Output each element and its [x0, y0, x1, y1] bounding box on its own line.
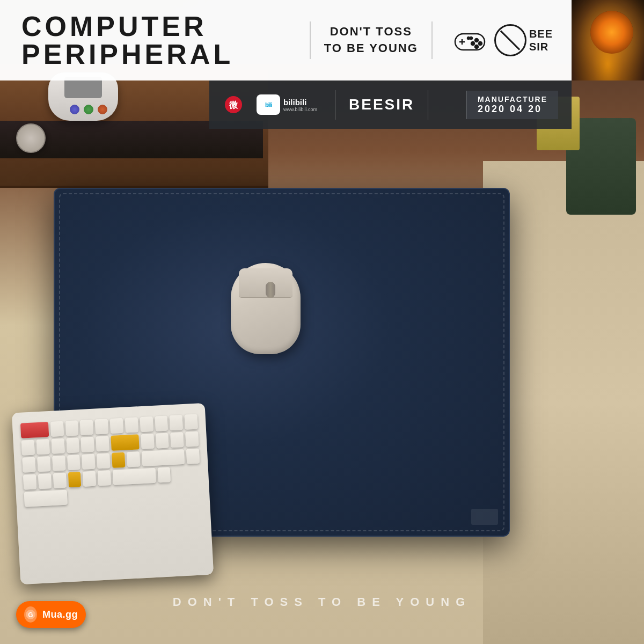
info-divider-2 — [428, 90, 428, 120]
header-divider-2 — [431, 21, 433, 59]
key-d — [52, 456, 65, 471]
key-q — [36, 439, 49, 455]
key-minus — [21, 440, 35, 456]
mechanical-keyboard — [12, 403, 214, 584]
info-divider-1 — [335, 90, 335, 120]
key-7 — [140, 416, 153, 432]
svg-point-7 — [467, 37, 470, 39]
key-b — [83, 471, 96, 487]
svg-point-4 — [479, 42, 482, 45]
key-backspace — [20, 422, 49, 438]
key-t — [96, 436, 109, 451]
key-w — [51, 438, 64, 454]
weibo-svg: 微 — [224, 95, 243, 114]
bili-tv-text: bili — [265, 101, 272, 108]
key-1 — [50, 421, 63, 437]
bili-text-group: bilibili www.bilibili.com — [283, 98, 317, 112]
svg-text:G: G — [28, 611, 33, 619]
header-tagline: DON'T TOSS TO BE YOUNG — [324, 24, 418, 57]
key-alt — [157, 467, 171, 482]
beesir-coin — [16, 123, 46, 153]
key-meta — [113, 468, 156, 485]
key-space — [24, 489, 68, 507]
mouse-body — [231, 263, 301, 354]
key-enter — [111, 434, 139, 451]
key-6 — [125, 417, 138, 433]
key-8 — [155, 415, 168, 431]
bili-url: www.bilibili.com — [283, 107, 317, 112]
gamepad-svg — [452, 28, 487, 53]
key-fn — [68, 472, 81, 487]
key-e — [66, 437, 79, 453]
key-2 — [65, 420, 78, 436]
key-4 — [95, 419, 108, 434]
key-a — [22, 457, 35, 472]
bilibili-logo: bili bilibili www.bilibili.com — [252, 94, 321, 115]
manufacture-date: 2020 04 20 — [478, 104, 547, 115]
key-v — [53, 473, 67, 488]
tagline-line1: DON'T TOSS — [324, 24, 418, 40]
lamp-glow — [590, 11, 633, 54]
beesir-logo: BEESIR — [494, 24, 553, 56]
svg-point-6 — [475, 45, 478, 48]
key-backspace-2 — [112, 452, 125, 468]
gamepad-icon — [451, 21, 489, 59]
mua-icon-svg: G — [25, 609, 36, 620]
key-c — [38, 473, 52, 489]
info-banner: 微 bili bilibili www.bilibili.com BEESIR … — [209, 80, 572, 129]
key-j — [127, 451, 140, 467]
svg-text:微: 微 — [229, 100, 238, 109]
mua-text: Mua.gg — [42, 609, 78, 620]
shelf-dot-3 — [98, 105, 107, 114]
key-z — [186, 448, 200, 464]
key-r — [81, 437, 94, 452]
key-i — [171, 432, 184, 448]
header-divider-1 — [310, 21, 311, 59]
beesir-banner-text: BEESIR — [349, 96, 414, 113]
bottom-tagline: DON'T TOSS TO BE YOUNG — [0, 595, 644, 609]
svg-point-3 — [475, 39, 478, 42]
key-h — [97, 453, 110, 469]
svg-point-8 — [470, 37, 472, 39]
mua-badge[interactable]: G Mua.gg — [16, 601, 86, 628]
beesir-circle-logo — [494, 24, 526, 56]
shelf-dot-1 — [70, 105, 79, 114]
key-shift — [142, 449, 185, 466]
beesir-text: BEESIR — [529, 27, 553, 53]
key-0 — [185, 414, 198, 430]
key-x — [23, 474, 36, 489]
top-right-lamp-photo — [572, 0, 644, 80]
key-3 — [80, 420, 93, 435]
beesir-slash — [500, 30, 520, 50]
mouse-scroll-wheel — [266, 282, 275, 298]
key-g — [82, 454, 95, 470]
key-o — [185, 431, 199, 447]
key-s — [37, 456, 50, 472]
keyboard-keys — [12, 403, 210, 518]
header-banner: COMPUTER PERIPHERAL DON'T TOSS TO BE YOU… — [0, 0, 574, 80]
key-n — [98, 470, 111, 486]
weibo-icon: 微 — [223, 94, 244, 115]
computer-mouse — [231, 263, 301, 354]
tagline-line2: TO BE YOUNG — [324, 40, 418, 57]
svg-point-5 — [471, 42, 474, 45]
key-5 — [110, 418, 123, 434]
bili-tv-icon: bili — [257, 94, 280, 115]
manufacture-block: MANUFACTURE 2020 04 20 — [466, 91, 558, 119]
mua-icon: G — [24, 606, 37, 623]
shelf-items-row — [70, 105, 107, 114]
bili-label: bilibili — [283, 98, 317, 107]
key-y — [141, 434, 154, 449]
header-title: COMPUTER PERIPHERAL — [21, 12, 296, 68]
shelf-dot-2 — [84, 105, 93, 114]
key-9 — [170, 415, 183, 430]
key-f — [67, 455, 80, 470]
manufacture-label: MANUFACTURE — [478, 95, 547, 104]
mouse-top-buttons — [239, 268, 292, 298]
key-u — [156, 433, 169, 448]
